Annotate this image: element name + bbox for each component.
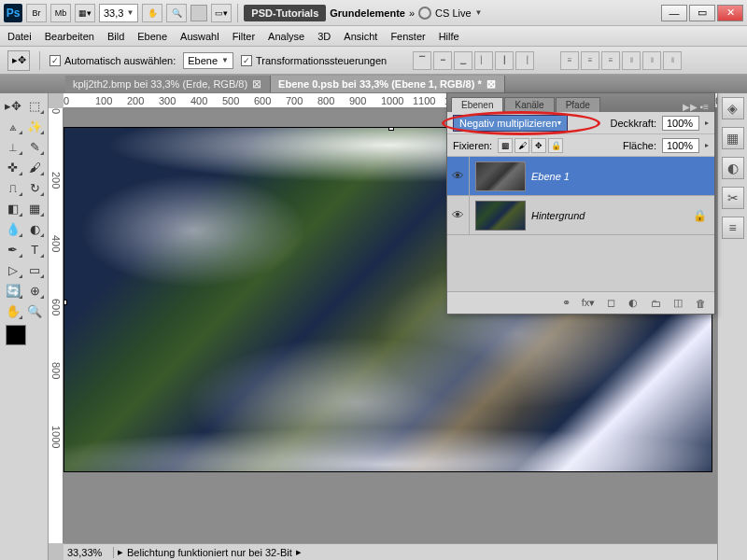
gradient-tool[interactable]: ▦ [24,198,47,218]
layer-thumbnail[interactable] [475,201,526,231]
adjustments-panel-icon[interactable]: ◐ [722,157,744,179]
opacity-input[interactable]: 100% [662,116,699,131]
transform-handle[interactable] [63,300,67,305]
workspace-more-icon[interactable]: » [409,7,415,19]
lock-transparent-button[interactable]: ▩ [498,138,513,153]
status-arrow-icon[interactable]: ▸ [296,546,302,558]
group-button[interactable]: 🗀 [647,295,664,312]
blend-mode-dropdown[interactable]: Negativ multiplizieren▾ [453,115,568,132]
menu-analyse[interactable]: Analyse [268,31,304,42]
hand-tool[interactable]: ✋ [2,301,24,321]
menu-datei[interactable]: Datei [7,31,32,42]
foreground-color[interactable] [6,325,26,345]
dist-left-button[interactable]: ⦀ [622,51,641,70]
heal-tool[interactable]: ✜ [2,157,24,177]
view-extras-button[interactable]: ▦▾ [75,4,95,22]
menu-ansicht[interactable]: Ansicht [344,31,377,42]
fill-input[interactable]: 100% [662,138,699,153]
document-tab[interactable]: kplj2th2.bmp bei 33,3% (Erde, RGB/8) ⊠ [65,76,271,92]
status-zoom[interactable]: 33,33% [67,547,114,558]
layer-item[interactable]: 👁 Ebene 1 [447,157,714,196]
visibility-toggle-icon[interactable]: 👁 [452,169,464,183]
align-hcenter-button[interactable]: ┃ [495,51,514,70]
masks-panel-icon[interactable]: ✂ [722,187,744,209]
layer-mask-button[interactable]: ◻ [602,295,619,312]
opacity-flyout-icon[interactable]: ▸ [705,119,709,127]
shape-tool[interactable]: ▭ [24,259,47,280]
hand-tool-button[interactable]: ✋ [142,4,162,22]
tab-kanaele[interactable]: Kanäle [504,97,554,112]
move-tool-preset[interactable]: ▸✥ [7,50,30,71]
menu-filter[interactable]: Filter [233,31,255,42]
minibridge-button[interactable]: Mb [50,4,71,22]
zoom-level-dropdown[interactable]: 33,3▼ [99,4,138,22]
tab-pfade[interactable]: Pfade [556,97,600,112]
align-right-button[interactable]: ▕ [515,51,534,70]
zoom-tool-button[interactable]: 🔍 [166,4,187,22]
layers-panel-icon[interactable]: ≡ [722,217,744,239]
menu-ebene[interactable]: Ebene [137,31,167,42]
menu-auswahl[interactable]: Auswahl [180,31,219,42]
new-layer-button[interactable]: ◫ [669,295,686,312]
transform-controls-checkbox[interactable]: ✓ Transformationssteuerungen [241,55,387,66]
marquee-tool[interactable]: ⬚ [24,95,47,116]
bridge-button[interactable]: Br [26,4,47,22]
align-bottom-button[interactable]: ▁ [454,51,472,70]
menu-bearbeiten[interactable]: Bearbeiten [45,31,94,42]
align-left-button[interactable]: ▏ [474,51,493,70]
close-tab-icon[interactable]: ⊠ [486,78,497,90]
layer-fx-button[interactable]: fx▾ [580,295,597,312]
dist-top-button[interactable]: ≡ [560,51,579,70]
adjustment-layer-button[interactable]: ◐ [625,295,641,312]
auto-select-dropdown[interactable]: Ebene▼ [183,52,233,69]
screen-mode-button[interactable]: ▭▾ [211,4,232,22]
brush-tool[interactable]: 🖌 [24,157,47,177]
crop-tool[interactable]: ⟂ [2,136,24,157]
menu-3d[interactable]: 3D [317,31,331,42]
layer-thumbnail[interactable] [475,161,526,191]
dodge-tool[interactable]: ◐ [24,218,47,239]
dist-bottom-button[interactable]: ≡ [601,51,620,70]
arrange-docs-button[interactable] [190,5,207,21]
workspace-label[interactable]: Grundelemente [330,7,405,19]
stamp-tool[interactable]: ⎍ [2,177,24,198]
lasso-tool[interactable]: ⟁ [2,116,24,136]
lock-position-button[interactable]: ✥ [531,138,546,153]
cs-live-button[interactable]: CS Live▼ [418,7,482,20]
swatches-panel-icon[interactable]: ▦ [722,127,744,149]
eraser-tool[interactable]: ◧ [2,198,24,218]
lock-pixels-button[interactable]: 🖌 [514,138,529,153]
maximize-button[interactable]: ▭ [689,5,715,21]
dist-vcenter-button[interactable]: ≡ [581,51,599,70]
transform-handle[interactable] [388,127,394,131]
3d-tool[interactable]: 🔄 [2,280,24,301]
link-layers-button[interactable]: ⚭ [557,295,574,312]
minimize-button[interactable]: — [661,5,687,21]
panel-menu-button[interactable]: ▶▶ ▪≡ [677,102,714,112]
delete-layer-button[interactable]: 🗑 [692,295,709,312]
zoom-tool[interactable]: 🔍 [24,301,47,321]
eyedropper-tool[interactable]: ✎ [24,136,47,157]
history-brush-tool[interactable]: ↻ [24,177,47,198]
layer-name[interactable]: Hintergrund [531,210,585,221]
move-tool[interactable]: ▸✥ [2,95,24,116]
wand-tool[interactable]: ✨ [24,116,47,136]
blur-tool[interactable]: 💧 [2,218,24,239]
dist-right-button[interactable]: ⦀ [663,51,682,70]
fill-flyout-icon[interactable]: ▸ [705,141,709,149]
align-top-button[interactable]: ▔ [413,51,431,70]
workspace-button[interactable]: PSD-Tutorials [244,5,326,21]
lock-all-button[interactable]: 🔒 [548,138,563,153]
color-panel-icon[interactable]: ◈ [722,97,744,119]
close-button[interactable]: ✕ [717,5,743,21]
align-vcenter-button[interactable]: ━ [433,51,452,70]
color-swatches[interactable] [6,325,43,362]
menu-bild[interactable]: Bild [107,31,124,42]
layer-name[interactable]: Ebene 1 [531,171,570,182]
menu-hilfe[interactable]: Hilfe [439,31,459,42]
3d-camera-tool[interactable]: ⊕ [24,280,47,301]
close-tab-icon[interactable]: ⊠ [251,78,262,90]
visibility-toggle-icon[interactable]: 👁 [452,208,464,222]
tab-ebenen[interactable]: Ebenen [451,97,503,112]
path-select-tool[interactable]: ▷ [2,259,24,280]
